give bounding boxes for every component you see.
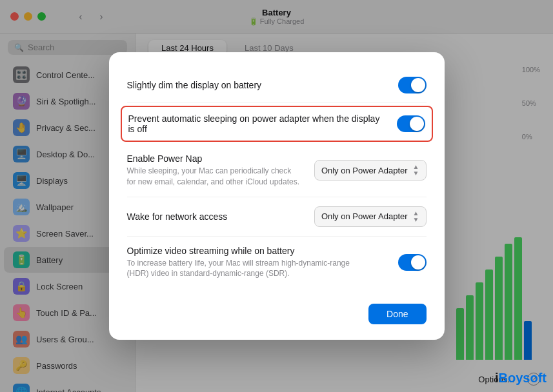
modal-dialog: Slightly dim the display on battery Prev… [109, 52, 445, 340]
dim-display-label: Slightly dim the display on battery [127, 80, 385, 90]
optimize-video-sublabel: To increase battery life, your Mac will … [127, 258, 366, 280]
main-window: ‹ › Battery 🔋 Fully Charged 🔍 🎛️Control … [0, 0, 553, 392]
prevent-sleep-inner: Prevent automatic sleeping on power adap… [128, 113, 425, 134]
power-nap-label: Enable Power Nap [127, 153, 301, 164]
power-nap-select[interactable]: Only on Power Adapter ▲ ▼ [314, 160, 427, 181]
setting-row-dim-display: Slightly dim the display on battery [127, 68, 427, 103]
wake-network-arrows: ▲ ▼ [413, 210, 419, 223]
setting-row-optimize-video: Optimize video streaming while on batter… [127, 237, 427, 289]
prevent-sleep-knob [410, 117, 424, 131]
setting-row-power-nap: Enable Power Nap While sleeping, your Ma… [127, 144, 427, 197]
setting-left-prevent-sleep: Prevent automatic sleeping on power adap… [128, 113, 397, 134]
prevent-sleep-label: Prevent automatic sleeping on power adap… [128, 113, 384, 134]
prevent-sleep-toggle[interactable] [397, 115, 425, 132]
power-nap-select-value: Only on Power Adapter [321, 166, 408, 175]
modal-overlay: Slightly dim the display on battery Prev… [0, 0, 553, 392]
optimize-video-label: Optimize video streaming while on batter… [127, 246, 385, 256]
dim-display-knob [411, 78, 425, 92]
setting-row-prevent-sleep-highlighted: Prevent automatic sleeping on power adap… [121, 106, 433, 142]
power-nap-arrows: ▲ ▼ [413, 164, 419, 177]
power-nap-sublabel: While sleeping, your Mac can periodicall… [127, 166, 301, 188]
optimize-video-knob [411, 255, 425, 270]
setting-left-video: Optimize video streaming while on batter… [127, 246, 398, 280]
wake-network-label: Wake for network access [127, 211, 301, 222]
watermark-brand: Boysoft [499, 371, 547, 385]
watermark: iBoysoft [495, 371, 547, 386]
setting-left-dim: Slightly dim the display on battery [127, 80, 398, 90]
wake-network-select-value: Only on Power Adapter [321, 211, 408, 221]
done-button[interactable]: Done [368, 304, 426, 324]
dim-display-toggle[interactable] [398, 77, 427, 93]
setting-row-wake-network: Wake for network access Only on Power Ad… [127, 197, 427, 237]
optimize-video-toggle[interactable] [398, 254, 427, 271]
setting-left-power-nap: Enable Power Nap While sleeping, your Ma… [127, 153, 314, 188]
wake-network-select[interactable]: Only on Power Adapter ▲ ▼ [314, 206, 427, 227]
setting-left-wake: Wake for network access [127, 211, 314, 222]
